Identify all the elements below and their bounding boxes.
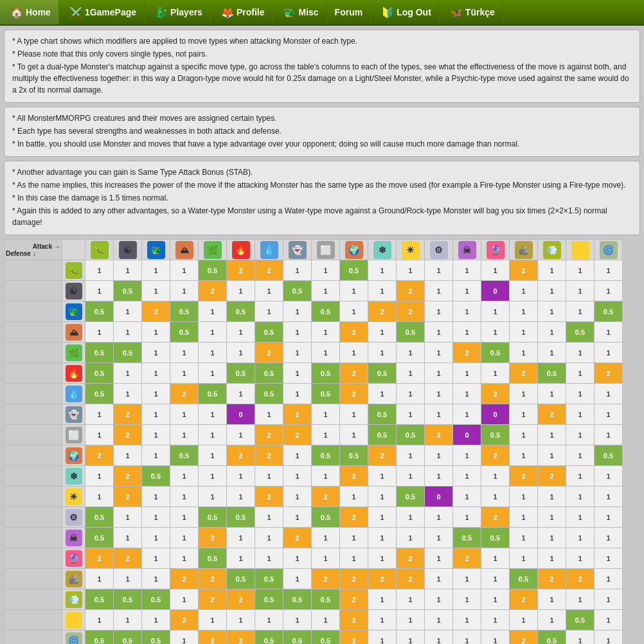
chart-cell: 1 (481, 322, 510, 343)
chart-cell: 1 (199, 343, 227, 363)
table-row: 👻12111012110.511101211 (4, 404, 623, 425)
chart-cell: 0.5 (227, 301, 255, 322)
gamepage-icon: ⚔️ (68, 4, 84, 20)
type-icon-ground: 🌍 (66, 447, 82, 464)
chart-cell: 0.5 (255, 363, 283, 384)
chart-cell: 1 (255, 301, 283, 322)
chart-cell: 1 (255, 466, 283, 487)
chart-cell: 1 (255, 507, 283, 528)
chart-cell: 1 (510, 301, 538, 322)
nav-home[interactable]: 🏠 Home (0, 0, 59, 24)
chart-cell: 1 (425, 548, 453, 569)
chart-cell: 1 (114, 322, 142, 343)
defense-label-flying (4, 631, 62, 645)
chart-cell: 1 (510, 425, 538, 445)
chart-cell: 1 (368, 322, 397, 343)
chart-cell: 1 (538, 322, 566, 343)
chart-cell: 0.5 (255, 589, 283, 610)
chart-cell: 1 (453, 487, 481, 507)
type-icon-wind: 💨 (543, 241, 561, 259)
type-icon-metal: ⚙ (430, 241, 448, 259)
chart-cell: 1 (312, 404, 340, 425)
chart-cell: 1 (453, 569, 481, 589)
nav-forum[interactable]: Forum (327, 0, 371, 24)
chart-cell: 1 (142, 363, 170, 384)
chart-cell: 0.5 (481, 343, 510, 363)
chart-cell: 1 (453, 301, 481, 322)
chart-cell: 0.5 (255, 631, 283, 645)
type-icon-ice: ❄ (66, 468, 82, 485)
type-icon-normal: ⬜ (317, 241, 335, 259)
nav-players[interactable]: 🐉 Players (145, 0, 211, 24)
chart-cell: 1 (481, 301, 510, 322)
chart-cell: 0.5 (595, 301, 623, 322)
chart-cell: 2 (368, 301, 397, 322)
chart-cell: 1 (142, 260, 170, 281)
chart-cell: 1 (255, 404, 283, 425)
chart-cell: 2 (510, 260, 538, 281)
type-icon-grass: 🌿 (204, 241, 222, 259)
chart-cell: 1 (199, 425, 227, 445)
nav-logout[interactable]: 🔰 Log Out (371, 0, 440, 24)
chart-cell: 1 (566, 528, 595, 548)
chart-cell: 1 (227, 322, 255, 343)
chart-cell: 1 (566, 281, 595, 301)
nav-profile[interactable]: 🦊 Profile (211, 0, 273, 24)
type-icon-fire: 🔥 (66, 365, 82, 382)
chart-cell: 1 (368, 260, 397, 281)
chart-cell: 2 (481, 384, 510, 404)
nav-gamepage[interactable]: ⚔️ 1GamePage (59, 0, 145, 24)
nav-misc[interactable]: 🐲 Misc (273, 0, 326, 24)
chart-cell: 2 (114, 487, 142, 507)
table-row: ⚡111211111211111110.51 (4, 610, 623, 631)
chart-cell: 1 (85, 487, 114, 507)
chart-cell: 1 (566, 507, 595, 528)
type-icon-dark: ☯ (119, 241, 137, 259)
chart-cell: 2 (255, 425, 283, 445)
chart-cell: 1 (425, 322, 453, 343)
type-icon-poison: ☠ (458, 241, 476, 259)
chart-cell: 0.5 (114, 281, 142, 301)
chart-cell: 1 (566, 384, 595, 404)
chart-cell: 1 (397, 528, 425, 548)
chart-cell: 1 (227, 384, 255, 404)
type-icon-psychic: 🔮 (487, 241, 505, 259)
chart-cell: 2 (312, 569, 340, 589)
chart-cell: 1 (85, 260, 114, 281)
chart-cell: 0.5 (85, 631, 114, 645)
type-icon-grass: 🌿 (66, 344, 82, 361)
chart-cell: 2 (510, 589, 538, 610)
chart-cell: 1 (114, 445, 142, 466)
chart-cell: 0.5 (340, 445, 368, 466)
chart-cell: 1 (397, 260, 425, 281)
logout-icon: 🔰 (380, 4, 395, 20)
chart-cell: 1 (199, 487, 227, 507)
chart-cell: 1 (255, 528, 283, 548)
chart-cell: 0 (227, 404, 255, 425)
chart-cell: 1 (453, 445, 481, 466)
chart-cell: 1 (142, 343, 170, 363)
chart-cell: 1 (312, 528, 340, 548)
chart-cell: 1 (510, 343, 538, 363)
chart-cell: 1 (481, 569, 510, 589)
chart-cell: 0.5 (312, 507, 340, 528)
defense-label-normal (4, 425, 62, 445)
table-row: ⚙0.51110.50.5110.52111121111 (4, 507, 623, 528)
chart-cell: 1 (312, 425, 340, 445)
chart-cell: 0.5 (227, 363, 255, 384)
type-icon-ghost: 👻 (289, 241, 307, 259)
defense-label-psychic (4, 548, 62, 569)
chart-cell: 2 (425, 425, 453, 445)
chart-cell: 0 (481, 281, 510, 301)
chart-cell: 1 (425, 343, 453, 363)
chart-cell: 1 (340, 548, 368, 569)
table-row: 🌿0.50.51111211111120.51111 (4, 343, 623, 363)
nav-language[interactable]: 🦋 Türkçe (440, 0, 503, 24)
chart-cell: 1 (595, 322, 623, 343)
chart-cell: 1 (538, 548, 566, 569)
chart-cell: 0.5 (566, 322, 595, 343)
chart-cell: 1 (566, 425, 595, 445)
chart-cell: 2 (170, 569, 199, 589)
chart-cell: 1 (566, 466, 595, 487)
type-icon-water: 💧 (260, 241, 278, 259)
